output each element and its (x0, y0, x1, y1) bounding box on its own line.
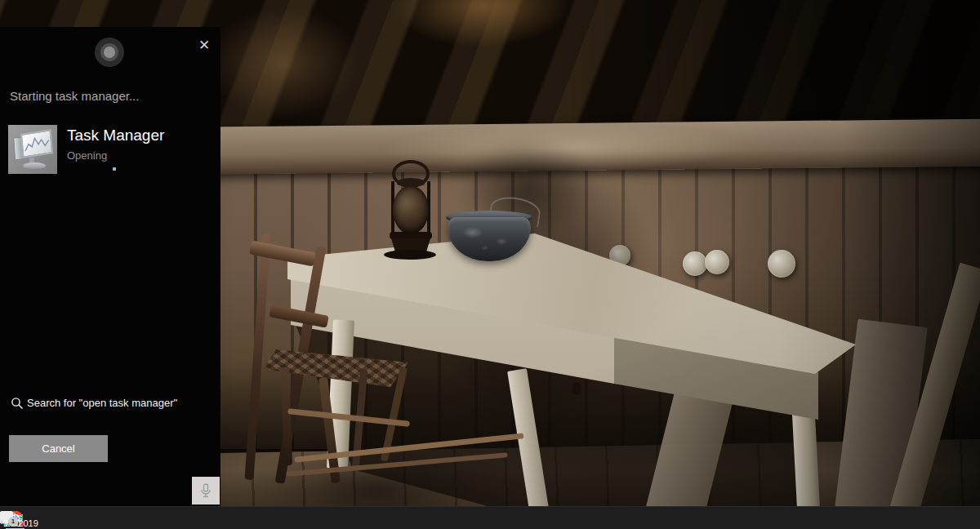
app-result-title: Task Manager (67, 127, 164, 144)
taskbar: 6 KB/s ▲ 27 KB/s ▼ S ❖ (0, 506, 980, 529)
status-text: Starting task manager... (10, 89, 206, 103)
search-suggestion-label: Search for "open task manager" (27, 397, 177, 409)
cortana-orb-icon (95, 38, 124, 67)
cortana-main-area: ✕ Starting task manager... Task Manager … (0, 27, 220, 506)
search-suggestion[interactable]: Search for "open task manager" (0, 393, 220, 417)
desktop: ⚙ ✕ Starting task manager... (0, 0, 980, 529)
microphone-button[interactable] (192, 477, 220, 505)
notifications-icon[interactable]: 1 (0, 510, 18, 527)
close-button[interactable]: ✕ (193, 33, 216, 56)
app-result-task-manager[interactable]: Task Manager Opening (0, 120, 220, 180)
task-manager-icon (8, 125, 57, 174)
loading-dots (113, 167, 178, 172)
notification-count-badge: 1 (8, 517, 18, 527)
app-result-status: Opening (67, 149, 107, 162)
cancel-button[interactable]: Cancel (9, 435, 108, 462)
cortana-panel: ⚙ ✕ Starting task manager... (0, 27, 252, 506)
system-tray: 6 KB/s ▲ 27 KB/s ▼ S ❖ (0, 507, 5, 529)
search-icon (11, 397, 24, 410)
microphone-icon (200, 483, 212, 498)
